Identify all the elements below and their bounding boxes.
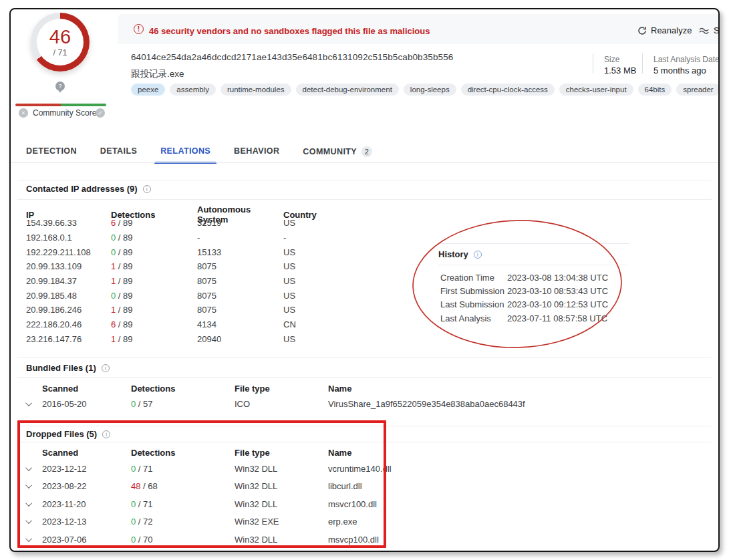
table-row: 20.99.184.371 / 898075US bbox=[26, 274, 400, 289]
ip-address-link[interactable]: 20.99.184.37 bbox=[26, 276, 111, 286]
ip-address-link[interactable]: 23.216.147.76 bbox=[26, 334, 111, 344]
expand-row-button[interactable] bbox=[27, 402, 42, 406]
detections-cell: 0 / 89 bbox=[111, 233, 197, 243]
info-icon[interactable] bbox=[102, 430, 110, 438]
file-name-link[interactable]: VirusShare_1a9f6522059e354e838aba0aec684… bbox=[328, 399, 629, 409]
tab-details[interactable]: DETAILS bbox=[100, 145, 137, 164]
tab-label: BEHAVIOR bbox=[234, 146, 279, 156]
table-row: 222.186.20.466 / 894134CN bbox=[26, 317, 400, 332]
file-sha256[interactable]: 64014ce254da2a46dcdcd2171ae143d35e6481bc… bbox=[131, 52, 453, 62]
bundled-files-header: Scanned Detections File type Name bbox=[27, 384, 629, 394]
autonomous-system-cell: 20940 bbox=[197, 334, 283, 344]
tag-pill[interactable]: long-sleeps bbox=[404, 84, 456, 96]
detections-cell: 6 / 89 bbox=[111, 218, 197, 228]
ip-address-link[interactable]: 20.99.185.48 bbox=[26, 291, 111, 301]
detections-cell: 1 / 89 bbox=[111, 305, 197, 315]
score-positives: 46 bbox=[49, 27, 71, 47]
file-type-cell: ICO bbox=[235, 399, 328, 409]
col-name: Name bbox=[328, 448, 629, 458]
history-row: Creation Time2023-03-08 13:04:38 UTC bbox=[440, 271, 631, 284]
chevron-down-icon bbox=[25, 535, 32, 542]
detections-total: / 89 bbox=[116, 276, 132, 286]
tab-detection[interactable]: DETECTION bbox=[26, 145, 77, 164]
ip-address-link[interactable]: 222.186.20.46 bbox=[26, 319, 111, 329]
last-analysis-date-value: 5 months ago bbox=[653, 65, 706, 76]
tag-pill[interactable]: assembly bbox=[170, 84, 216, 96]
table-row: 2023-12-130 / 72Win32 EXEerp.exe bbox=[27, 513, 629, 531]
community-score-label: Community Score bbox=[33, 108, 96, 118]
vote-harmless-icon[interactable] bbox=[96, 108, 105, 118]
detections-cell: 6 / 89 bbox=[111, 319, 197, 329]
section-title-text: Dropped Files (5) bbox=[26, 429, 97, 439]
country-cell: US bbox=[283, 291, 337, 301]
reanalyze-button[interactable]: Reanalyze bbox=[637, 25, 692, 35]
tag-pill[interactable]: peexe bbox=[131, 84, 165, 96]
file-name-link[interactable]: erp.exe bbox=[328, 517, 629, 527]
tab-relations[interactable]: RELATIONS bbox=[160, 145, 210, 164]
scanned-cell: 2023-08-22 bbox=[42, 481, 131, 491]
tag-pill[interactable]: spreader bbox=[676, 84, 720, 96]
country-cell: US bbox=[283, 261, 337, 271]
info-icon[interactable] bbox=[474, 251, 482, 259]
file-name-link[interactable]: vcruntime140.dll bbox=[328, 464, 629, 474]
table-row: 23.216.147.761 / 8920940US bbox=[26, 332, 400, 347]
detections-total: / 57 bbox=[136, 399, 152, 409]
section-divider bbox=[17, 180, 712, 180]
ip-address-link[interactable]: 20.99.186.246 bbox=[26, 305, 111, 315]
col-detections: Detections bbox=[131, 384, 235, 394]
similar-label: Simi bbox=[714, 25, 720, 35]
detections-total: / 89 bbox=[116, 247, 132, 257]
expand-row-button[interactable] bbox=[27, 519, 42, 524]
table-row: 192.168.0.10 / 89-- bbox=[26, 231, 400, 245]
info-icon[interactable] bbox=[102, 364, 110, 372]
file-name-link[interactable]: msvcp100.dll bbox=[328, 535, 629, 545]
file-name-link[interactable]: libcurl.dll bbox=[328, 481, 629, 491]
info-icon[interactable] bbox=[143, 185, 151, 193]
detections-total: / 68 bbox=[140, 481, 157, 491]
detections-total: / 89 bbox=[116, 291, 132, 301]
detections-cell: 0 / 70 bbox=[131, 535, 235, 545]
chevron-down-icon bbox=[25, 500, 32, 507]
tag-pill[interactable]: direct-cpu-clock-access bbox=[461, 84, 555, 96]
ip-address-link[interactable]: 20.99.133.109 bbox=[26, 261, 111, 271]
bundled-files-body: 2016-05-200 / 57ICOVirusShare_1a9f652205… bbox=[27, 395, 629, 412]
scanned-cell: 2023-11-20 bbox=[42, 499, 131, 509]
autonomous-system-cell: - bbox=[197, 233, 283, 243]
tag-pill[interactable]: 64bits bbox=[638, 84, 672, 96]
expand-row-button[interactable] bbox=[27, 484, 42, 488]
detections-cell: 1 / 89 bbox=[111, 261, 197, 271]
history-rows: Creation Time2023-03-08 13:04:38 UTCFirs… bbox=[440, 271, 631, 325]
detections-cell: 48 / 68 bbox=[131, 481, 235, 491]
expand-row-button[interactable] bbox=[27, 502, 42, 507]
ip-address-link[interactable]: 192.229.211.108 bbox=[26, 247, 111, 257]
file-name-link[interactable]: msvcr100.dll bbox=[328, 499, 629, 509]
table-row: 20.99.186.2461 / 898075US bbox=[26, 303, 400, 317]
section-divider bbox=[17, 199, 712, 200]
section-divider bbox=[438, 265, 627, 265]
community-score-marker-icon bbox=[55, 82, 65, 91]
col-file-type: File type bbox=[235, 448, 328, 458]
history-label: Last Submission bbox=[440, 299, 507, 309]
vote-malicious-icon[interactable] bbox=[19, 108, 28, 118]
history-row: First Submission2023-03-10 08:53:43 UTC bbox=[440, 284, 631, 297]
expand-row-button[interactable] bbox=[27, 466, 42, 471]
expand-row-button[interactable] bbox=[27, 537, 42, 542]
similar-button[interactable]: Simi bbox=[699, 25, 720, 35]
autonomous-system-cell: 8075 bbox=[197, 261, 283, 271]
detections-cell: 0 / 71 bbox=[131, 464, 235, 474]
score-ring: 46 / 71 bbox=[31, 13, 90, 72]
tab-behavior[interactable]: BEHAVIOR bbox=[234, 145, 279, 164]
table-row: 2016-05-200 / 57ICOVirusShare_1a9f652205… bbox=[27, 395, 629, 412]
country-cell: US bbox=[283, 218, 337, 228]
history-label: Creation Time bbox=[440, 273, 507, 283]
table-row: 2023-08-2248 / 68Win32 DLLlibcurl.dll bbox=[27, 478, 629, 496]
ip-address-link[interactable]: 154.39.66.33 bbox=[26, 218, 111, 228]
tag-pill[interactable]: detect-debug-environment bbox=[296, 84, 399, 96]
score-total: / 71 bbox=[53, 48, 67, 57]
detections-cell: 0 / 72 bbox=[131, 517, 235, 527]
chevron-down-icon bbox=[25, 400, 32, 406]
autonomous-system-cell: 8075 bbox=[197, 305, 283, 315]
ip-address-link[interactable]: 192.168.0.1 bbox=[26, 233, 111, 243]
tag-pill[interactable]: checks-user-input bbox=[559, 84, 633, 96]
tag-pill[interactable]: runtime-modules bbox=[221, 84, 291, 96]
